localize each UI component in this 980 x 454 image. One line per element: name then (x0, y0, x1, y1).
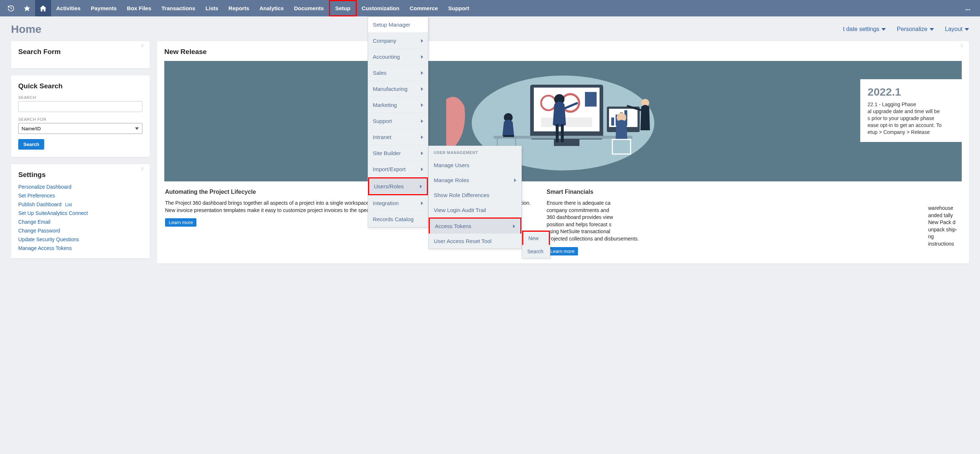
chevron-down-icon (930, 28, 934, 31)
setup-company-item[interactable]: Company (368, 33, 428, 49)
nav-box-files[interactable]: Box Files (122, 0, 157, 16)
nav-support[interactable]: Support (443, 0, 474, 16)
nav-documents[interactable]: Documents (289, 0, 329, 16)
date-settings-link[interactable]: t date settings (843, 26, 886, 32)
personalize-link[interactable]: Personalize (897, 26, 934, 32)
nav-payments[interactable]: Payments (86, 0, 122, 16)
chevron-right-icon (421, 103, 423, 107)
manage-roles-item[interactable]: Manage Roles (429, 173, 522, 187)
nav-lists[interactable]: Lists (200, 0, 223, 16)
setup-users-roles-item[interactable]: Users/Roles (368, 177, 428, 195)
article-smart-financials: Smart Financials Ensure there is adequat… (547, 189, 920, 256)
settings-title: Settings (18, 171, 142, 179)
setup-accounting-item[interactable]: Accounting (368, 49, 428, 65)
drag-handle-icon[interactable]: ⠿ (960, 45, 964, 47)
chevron-right-icon (421, 168, 423, 171)
page-title: Home (11, 23, 41, 35)
access-tokens-item[interactable]: Access Tokens (429, 217, 522, 233)
nav-items: Activities Payments Box Files Transactio… (51, 0, 474, 16)
settings-publish-dashboard[interactable]: Publish Dashboard (18, 202, 61, 207)
setup-manager-item[interactable]: Setup Manager (368, 17, 428, 33)
release-body: 22.1 - Lagging Phase al upgrade date and… (867, 101, 955, 135)
release-banner: 2022.1 22.1 - Lagging Phase al upgrade d… (164, 61, 962, 181)
manage-users-item[interactable]: Manage Users (429, 158, 522, 173)
star-icon[interactable] (19, 0, 35, 16)
nav-analytics[interactable]: Analytics (255, 0, 289, 16)
show-role-differences-item[interactable]: Show Role Differences (429, 187, 522, 203)
setup-import-export-item[interactable]: Import/Export (368, 161, 428, 177)
chevron-down-icon (965, 28, 969, 31)
chevron-right-icon (514, 178, 516, 182)
svg-rect-6 (585, 92, 597, 106)
layout-link[interactable]: Layout (945, 26, 969, 32)
chevron-right-icon (513, 224, 515, 228)
settings-update-security-questions[interactable]: Update Security Questions (18, 237, 142, 242)
nav-customization[interactable]: Customization (357, 0, 404, 16)
nav-reports[interactable]: Reports (223, 0, 255, 16)
settings-publish-list[interactable]: List (65, 202, 72, 207)
access-tokens-new-item[interactable]: New (522, 231, 550, 245)
settings-set-preferences[interactable]: Set Preferences (18, 193, 142, 198)
setup-manufacturing-item[interactable]: Manufacturing (368, 81, 428, 97)
chevron-right-icon (421, 135, 423, 139)
cut-text: warehouse anded tally New Pack d unpack … (928, 189, 961, 248)
nav-icon-group (3, 0, 51, 16)
setup-records-catalog-item[interactable]: Records Catalog (368, 211, 428, 227)
search-form-title: Search Form (18, 48, 142, 56)
chevron-right-icon (421, 151, 423, 155)
svg-rect-18 (561, 124, 564, 142)
svg-rect-11 (611, 117, 614, 125)
settings-change-password[interactable]: Change Password (18, 228, 142, 233)
settings-manage-access-tokens[interactable]: Manage Access Tokens (18, 245, 142, 251)
access-tokens-flyout: New Search (522, 230, 550, 259)
nav-setup[interactable]: Setup (329, 0, 357, 16)
learn-more-button[interactable]: Learn more (165, 218, 196, 227)
users-roles-submenu: USER MANAGEMENT Manage Users Manage Role… (428, 146, 522, 249)
article-third-cut: warehouse anded tally New Pack d unpack … (928, 189, 961, 256)
user-access-reset-tool-item[interactable]: User Access Reset Tool (429, 233, 522, 249)
history-icon[interactable] (3, 0, 19, 16)
chevron-right-icon (421, 119, 423, 123)
drag-handle-icon[interactable]: ⠿ (141, 168, 145, 170)
setup-integration-item[interactable]: Integration (368, 195, 428, 211)
access-tokens-search-item[interactable]: Search (522, 245, 550, 258)
setup-site-builder-item[interactable]: Site Builder (368, 145, 428, 161)
view-login-audit-trail-item[interactable]: View Login Audit Trail (429, 203, 522, 217)
nav-more-icon[interactable]: ... (958, 5, 977, 12)
search-form-portlet: ⠿ Search Form (11, 41, 150, 68)
search-for-select[interactable]: Name/ID (18, 123, 142, 134)
settings-suiteanalytics-connect[interactable]: Set Up SuiteAnalytics Connect (18, 210, 142, 216)
search-input[interactable] (18, 101, 142, 112)
search-button[interactable]: Search (18, 139, 44, 150)
chevron-right-icon (421, 202, 423, 205)
top-navigation: Activities Payments Box Files Transactio… (0, 0, 980, 16)
settings-change-email[interactable]: Change Email (18, 219, 142, 225)
release-version: 2022.1 (867, 86, 955, 98)
chevron-right-icon (421, 71, 423, 75)
nav-activities[interactable]: Activities (51, 0, 86, 16)
chevron-down-icon (881, 28, 886, 31)
svg-marker-0 (24, 5, 30, 11)
settings-portlet: ⠿ Settings Personalize Dashboard Set Pre… (11, 164, 150, 259)
article-body: Ensure there is adequate ca company comm… (547, 200, 920, 243)
new-release-portlet: ⠿ New Release (157, 41, 969, 264)
chevron-right-icon (421, 39, 423, 43)
search-label: SEARCH (18, 95, 142, 100)
setup-menu: Setup Manager Company Accounting Sales M… (368, 16, 428, 228)
setup-intranet-item[interactable]: Intranet (368, 129, 428, 145)
setup-marketing-item[interactable]: Marketing (368, 97, 428, 113)
user-management-header: USER MANAGEMENT (429, 146, 522, 158)
release-card: 2022.1 22.1 - Lagging Phase al upgrade d… (860, 79, 962, 142)
quick-search-title: Quick Search (18, 82, 142, 90)
drag-handle-icon[interactable]: ⠿ (141, 45, 145, 47)
settings-personalize-dashboard[interactable]: Personalize Dashboard (18, 184, 142, 190)
chevron-right-icon (420, 185, 422, 188)
nav-commerce[interactable]: Commerce (404, 0, 443, 16)
article-heading: Smart Financials (547, 189, 920, 195)
setup-support-item[interactable]: Support (368, 113, 428, 129)
setup-sales-item[interactable]: Sales (368, 65, 428, 81)
home-icon[interactable] (35, 0, 51, 16)
nav-transactions[interactable]: Transactions (156, 0, 200, 16)
chevron-right-icon (421, 87, 423, 91)
learn-more-button[interactable]: Learn more (547, 247, 578, 256)
